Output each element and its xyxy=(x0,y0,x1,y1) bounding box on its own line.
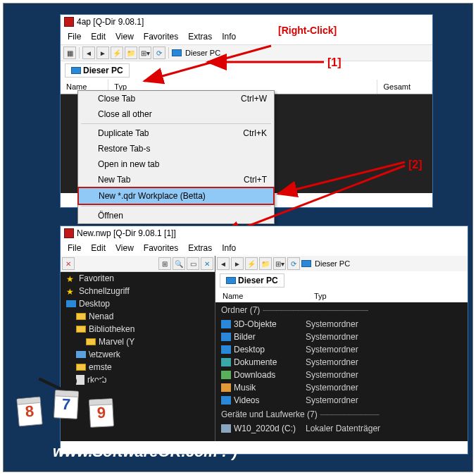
network-icon xyxy=(76,351,86,358)
col-typ[interactable]: Typ xyxy=(307,290,334,302)
file-row[interactable]: DesktopSystemordner xyxy=(215,343,468,356)
group-ordner[interactable]: Ordner (7) -----------------------------… xyxy=(215,302,468,318)
address-text-2[interactable]: Dieser PC xyxy=(315,259,350,268)
folder-up-icon[interactable]: 📁 xyxy=(259,257,272,270)
tree-item[interactable]: ★Schnellzugriff xyxy=(61,285,215,297)
views-dropdown-icon[interactable]: ⊞▾ xyxy=(139,47,151,59)
menu-view[interactable]: View xyxy=(111,30,138,43)
group-laufwerke[interactable]: Geräte und Laufwerke (7) ---------------… xyxy=(215,407,468,422)
views-dropdown-icon[interactable]: ⊞▾ xyxy=(273,257,286,270)
menubar-2: File Edit View Favorites Extras Info xyxy=(61,240,468,256)
file-row[interactable]: VideosSystemordner xyxy=(215,394,468,407)
search-icon[interactable]: 🔍 xyxy=(173,257,185,270)
tree-item-label: Nenad xyxy=(89,311,113,321)
cm-open-new-tab[interactable]: Open in new tab xyxy=(78,156,274,172)
menu-extras[interactable]: Extras xyxy=(184,242,216,254)
cm-new-qdr-workplace[interactable]: New *.qdr Workplace (Betta) xyxy=(77,187,275,205)
tab-bar-1: Dieser PC xyxy=(61,61,432,80)
menu-edit[interactable]: Edit xyxy=(87,30,110,43)
cm-separator xyxy=(81,206,271,206)
tab-dieser-pc[interactable]: Dieser PC xyxy=(65,63,130,78)
titlebar-1[interactable]: 4ap [Q-Dir 9.08.1] xyxy=(61,15,432,29)
tree-item[interactable]: Nenad xyxy=(61,310,215,323)
tree-item-label: Marvel (Y xyxy=(99,337,134,347)
back-icon[interactable]: ◄ xyxy=(217,257,230,270)
cm-open[interactable]: Öffnen xyxy=(78,208,274,223)
file-icon xyxy=(221,371,231,379)
file-row[interactable]: MusikSystemordner xyxy=(215,381,468,394)
pane-icon[interactable]: ▭ xyxy=(187,257,199,270)
pc-icon xyxy=(172,49,182,56)
tab-dieser-pc-2[interactable]: Dieser PC xyxy=(220,273,284,288)
tree-item[interactable]: emste xyxy=(61,361,215,374)
menu-favorites[interactable]: Favorites xyxy=(139,242,182,254)
col-name[interactable]: Name xyxy=(215,290,307,302)
layout-icon[interactable]: ▦ xyxy=(63,47,76,59)
tree-item[interactable]: Bibliotheken xyxy=(61,323,215,335)
file-type: Systemordner xyxy=(306,370,358,380)
tree-item[interactable]: ★Favoriten xyxy=(61,272,215,285)
separator xyxy=(168,47,169,58)
calendar-7: 7 xyxy=(54,390,79,419)
pc-icon xyxy=(71,67,81,74)
menu-favorites[interactable]: Favorites xyxy=(139,30,182,43)
cm-new-tab[interactable]: New TabCtrl+T xyxy=(78,172,274,187)
address-text[interactable]: Dieser PC xyxy=(185,49,220,57)
file-type: Systemordner xyxy=(306,332,358,342)
annotation-1: [1] xyxy=(327,56,342,69)
tree-toolbar: ✕ ⊞ 🔍 ▭ ✕ xyxy=(61,256,215,272)
menu-view[interactable]: View xyxy=(111,242,138,254)
forward-icon[interactable]: ► xyxy=(96,47,109,59)
forward-icon[interactable]: ► xyxy=(231,257,244,270)
cm-close-all-other[interactable]: Close all other xyxy=(78,106,274,122)
tree-item[interactable]: \etzwerk xyxy=(61,348,215,361)
back-icon[interactable]: ◄ xyxy=(82,47,95,59)
file-icon xyxy=(221,333,231,341)
layout-icon[interactable]: ⊞ xyxy=(158,257,171,270)
file-row[interactable]: DokumenteSystemordner xyxy=(215,356,468,369)
tree-item[interactable]: rkorb xyxy=(61,374,215,386)
tool-icon[interactable]: ✕ xyxy=(62,257,75,270)
menu-extras[interactable]: Extras xyxy=(184,30,216,43)
cm-restore-tabs[interactable]: Restore Tab-s xyxy=(78,141,274,156)
desktop-icon xyxy=(66,300,76,307)
menu-info[interactable]: Info xyxy=(218,242,240,254)
right-pane: ◄ ► ⚡ 📁 ⊞▾ ⟳ Dieser PC Dieser PC Name Ty… xyxy=(215,256,468,441)
file-icon xyxy=(221,383,231,392)
close-pane-icon[interactable]: ✕ xyxy=(201,257,213,270)
col-gesamt[interactable]: Gesamt xyxy=(377,80,432,94)
tree-item[interactable]: Desktop xyxy=(61,297,215,310)
cm-close-tab[interactable]: Close TabCtrl+W xyxy=(78,91,274,106)
cm-separator xyxy=(81,123,271,124)
menu-info[interactable]: Info xyxy=(218,30,240,43)
file-list: Ordner (7) -----------------------------… xyxy=(215,302,468,441)
bolt-icon[interactable]: ⚡ xyxy=(111,47,123,59)
right-toolbar: ◄ ► ⚡ 📁 ⊞▾ ⟳ Dieser PC xyxy=(215,256,468,271)
annotation-right-click: [Right-Click] xyxy=(278,25,337,36)
file-type: Systemordner xyxy=(306,345,358,354)
menu-file[interactable]: File xyxy=(63,30,85,43)
tree-item-label: \etzwerk xyxy=(89,350,120,359)
file-row[interactable]: DownloadsSystemordner xyxy=(215,369,468,381)
cm-duplicate-tab[interactable]: Duplicate TabCtrl+K xyxy=(78,125,274,141)
folder-icon xyxy=(86,338,96,345)
file-row[interactable]: 3D-ObjekteSystemordner xyxy=(215,318,468,331)
refresh-icon[interactable]: ⟳ xyxy=(287,257,300,270)
titlebar-2[interactable]: New.nwp [Q-Dir 9.08.1 [1]] xyxy=(61,226,468,240)
menu-edit[interactable]: Edit xyxy=(87,242,110,254)
window-title-2: New.nwp [Q-Dir 9.08.1 [1]] xyxy=(77,228,176,238)
folder-up-icon[interactable]: 📁 xyxy=(125,47,137,59)
toolbar-1: ▦ ◄ ► ⚡ 📁 ⊞▾ ⟳ Dieser PC xyxy=(61,44,432,61)
file-type: Systemordner xyxy=(306,319,358,329)
refresh-icon[interactable]: ⟳ xyxy=(153,47,165,59)
file-row[interactable]: W10_2020d (C:)Lokaler Datenträger xyxy=(215,422,468,435)
file-icon xyxy=(221,320,231,328)
file-row[interactable]: BilderSystemordner xyxy=(215,331,468,343)
bolt-icon[interactable]: ⚡ xyxy=(245,257,258,270)
file-icon xyxy=(221,396,231,405)
menu-file[interactable]: File xyxy=(63,242,85,254)
tree-item[interactable]: Marvel (Y xyxy=(61,335,215,348)
file-name: W10_2020d (C:) xyxy=(234,424,296,433)
canvas: 4ap [Q-Dir 9.08.1] File Edit View Favori… xyxy=(3,3,473,472)
file-type: Systemordner xyxy=(306,383,358,393)
